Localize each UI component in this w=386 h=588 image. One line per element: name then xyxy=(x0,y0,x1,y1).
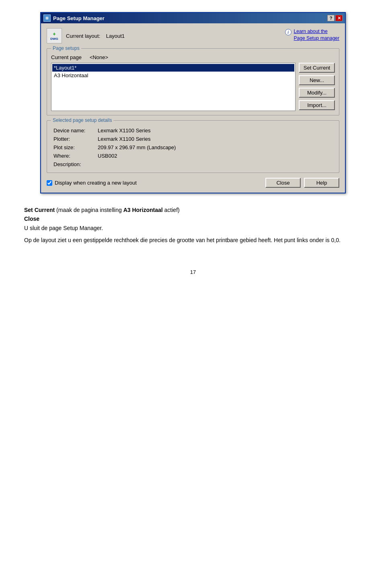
help-button[interactable]: Help xyxy=(304,178,339,188)
close-button[interactable]: Close xyxy=(265,178,301,188)
body-p1-part2: (maak de pagina instelling xyxy=(55,207,123,213)
current-page-label: Current page xyxy=(51,54,82,60)
app-icon-text: ⊞ xyxy=(45,16,49,20)
detail-row-plotsize: Plot size: 209.97 x 296.97 mm (Landscape… xyxy=(51,143,335,152)
help-title-button[interactable]: ? xyxy=(327,15,335,21)
header-left: + DWG Current layout: Layout1 xyxy=(47,28,125,43)
details-group: Selected page setup details Device name:… xyxy=(47,120,339,173)
page-setups-group-label: Page setups xyxy=(51,45,81,51)
detail-row-plotter: Plotter: Lexmark X1100 Series xyxy=(51,135,335,143)
setups-listbox[interactable]: *Layout1* A3 Horizontaal xyxy=(51,63,296,111)
close-bold: Close xyxy=(24,216,39,222)
detail-value-description xyxy=(95,160,335,169)
current-layout-value: Layout1 xyxy=(106,33,125,39)
titlebar-controls: ? ✕ xyxy=(327,15,343,21)
dwg-label: DWG xyxy=(50,37,58,41)
dwg-plus: + xyxy=(53,31,55,37)
detail-value-plotsize: 209.97 x 296.97 mm (Landscape) xyxy=(95,143,335,152)
dialog-wrapper: ⊞ Page Setup Manager ? ✕ + DWG Curren xyxy=(0,0,386,193)
bottom-buttons: Close Help xyxy=(265,178,339,188)
display-checkbox-text: Display when creating a new layout xyxy=(55,180,137,186)
setups-list-area: *Layout1* A3 Horizontaal xyxy=(51,63,296,111)
modify-button[interactable]: Modify... xyxy=(299,88,335,98)
titlebar-left: ⊞ Page Setup Manager xyxy=(43,14,105,22)
body-text: Set Current (maak de pagina instelling A… xyxy=(0,193,386,245)
close-title-button[interactable]: ✕ xyxy=(335,15,343,21)
current-layout-label: Current layout: xyxy=(66,33,100,39)
detail-row-description: Description: xyxy=(51,160,335,169)
body-p1-line3: U sluit de page Setup Manager. xyxy=(24,225,103,231)
bottom-row: Display when creating a new layout Close… xyxy=(47,178,339,188)
display-checkbox[interactable] xyxy=(47,180,52,186)
set-current-button[interactable]: Set Current xyxy=(299,63,335,73)
display-checkbox-label[interactable]: Display when creating a new layout xyxy=(47,180,137,186)
current-page-value: <None> xyxy=(90,54,108,60)
dialog-titlebar: ⊞ Page Setup Manager ? ✕ xyxy=(41,13,345,23)
dialog-title: Page Setup Manager xyxy=(53,15,105,21)
a3-horizontaal-bold: A3 Horizontaal xyxy=(123,207,163,213)
app-icon: ⊞ xyxy=(43,14,51,22)
current-layout-info: Current layout: Layout1 xyxy=(66,33,125,39)
body-paragraph-2: Op de layout ziet u een gestippelde rech… xyxy=(24,236,362,245)
dialog-body: + DWG Current layout: Layout1 i Learn ab… xyxy=(41,23,345,193)
info-icon: i xyxy=(285,29,292,35)
dwg-icon: + DWG xyxy=(47,28,62,43)
detail-row-where: Where: USB002 xyxy=(51,152,335,160)
current-page-row: Current page <None> xyxy=(51,54,335,60)
detail-label-where: Where: xyxy=(51,152,95,160)
detail-value-where: USB002 xyxy=(95,152,335,160)
buttons-col: Set Current New... Modify... Import... xyxy=(299,63,335,111)
page-number: 17 xyxy=(0,269,386,275)
details-group-label: Selected page setup details xyxy=(51,117,113,123)
page-setup-manager-dialog: ⊞ Page Setup Manager ? ✕ + DWG Curren xyxy=(40,12,346,193)
detail-label-description: Description: xyxy=(51,160,95,169)
detail-label-device: Device name: xyxy=(51,126,95,135)
list-item[interactable]: A3 Horizontaal xyxy=(52,72,294,79)
body-p1-part3: actief) xyxy=(163,207,180,213)
detail-label-plotsize: Plot size: xyxy=(51,143,95,152)
set-current-bold: Set Current xyxy=(24,207,55,213)
detail-row-device: Device name: Lexmark X1100 Series xyxy=(51,126,335,135)
body-paragraph-1: Set Current (maak de pagina instelling A… xyxy=(24,206,362,232)
new-button[interactable]: New... xyxy=(299,75,335,85)
page-setups-content: *Layout1* A3 Horizontaal Set Current New… xyxy=(51,63,335,111)
header-right: i Learn about the Page Setup manager xyxy=(285,28,339,42)
list-item[interactable]: *Layout1* xyxy=(52,64,294,72)
import-button[interactable]: Import... xyxy=(299,100,335,110)
header-row: + DWG Current layout: Layout1 i Learn ab… xyxy=(47,28,339,43)
page-setups-group: Page setups Current page <None> *Layout1… xyxy=(47,48,339,115)
detail-label-plotter: Plotter: xyxy=(51,135,95,143)
details-table: Device name: Lexmark X1100 Series Plotte… xyxy=(51,126,335,169)
learn-link[interactable]: Learn about the Page Setup manager xyxy=(294,28,339,42)
detail-value-device: Lexmark X1100 Series xyxy=(95,126,335,135)
detail-value-plotter: Lexmark X1100 Series xyxy=(95,135,335,143)
